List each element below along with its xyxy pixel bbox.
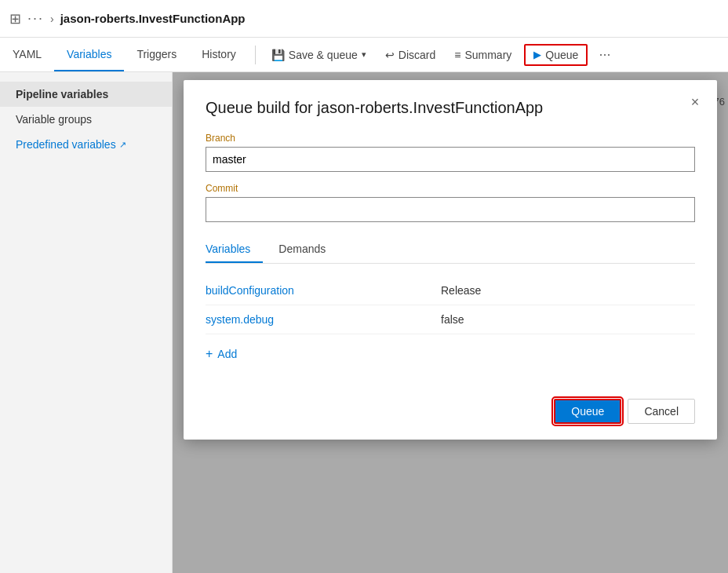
save-icon: 💾 [271, 49, 285, 61]
sidebar: Pipeline variables Variable groups Prede… [0, 72, 173, 573]
external-link-icon: ↗ [119, 140, 126, 150]
add-plus-icon: + [206, 347, 213, 361]
commit-label: Commit [206, 183, 695, 194]
more-options-button[interactable]: ··· [591, 46, 618, 63]
cancel-button[interactable]: Cancel [628, 399, 695, 424]
dialog-close-button[interactable]: × [684, 91, 706, 113]
add-variable-button[interactable]: + Add [206, 341, 237, 367]
tab-history[interactable]: History [189, 38, 249, 71]
sidebar-item-pipeline-variables[interactable]: Pipeline variables [0, 82, 172, 107]
queue-dialog: × Queue build for jason-roberts.InvestFu… [184, 80, 717, 440]
dialog-title: Queue build for jason-roberts.InvestFunc… [206, 99, 695, 117]
var-name-1[interactable]: system.debug [206, 313, 441, 326]
discard-label: Discard [399, 49, 435, 61]
tab-triggers[interactable]: Triggers [124, 38, 189, 71]
save-queue-action[interactable]: 💾 Save & queue ▾ [262, 38, 376, 71]
dialog-tab-variables[interactable]: Variables [206, 236, 263, 263]
page-title: jason-roberts.InvestFunctionApp [60, 12, 246, 25]
dialog-overlay: × Queue build for jason-roberts.InvestFu… [173, 72, 728, 573]
queue-play-icon: ▶ [533, 49, 541, 60]
var-value-1: false [441, 313, 695, 326]
discard-action[interactable]: ↩ Discard [376, 38, 445, 71]
save-queue-chevron-icon: ▾ [362, 49, 366, 60]
nav-divider [255, 46, 256, 64]
dialog-tabs: Variables Demands [206, 236, 695, 264]
save-queue-label: Save & queue [289, 49, 358, 61]
discard-icon: ↩ [385, 49, 395, 61]
add-label: Add [217, 348, 237, 360]
top-bar: ⊞ ··· › jason-roberts.InvestFunctionApp [0, 0, 728, 38]
predefined-variables-label: Predefined variables [16, 138, 116, 151]
summary-action[interactable]: ≡ Summary [445, 38, 521, 71]
table-row: system.debug false [206, 305, 695, 334]
queue-button[interactable]: Queue [554, 399, 621, 424]
app-icon: ⊞ [9, 10, 21, 27]
tab-variables[interactable]: Variables [54, 38, 124, 71]
sidebar-item-variable-groups[interactable]: Variable groups [0, 107, 172, 132]
nav-tabs: YAML Variables Triggers History 💾 Save &… [0, 38, 728, 72]
content-area: Name Value 76 × Queue build for jason-ro… [173, 72, 728, 573]
dialog-tab-demands[interactable]: Demands [278, 236, 338, 263]
sidebar-predefined-variables-link[interactable]: Predefined variables ↗ [0, 132, 172, 157]
top-bar-dots[interactable]: ··· [27, 10, 44, 27]
branch-input[interactable] [206, 147, 695, 172]
commit-input[interactable] [206, 197, 695, 222]
branch-label: Branch [206, 133, 695, 144]
dialog-footer: Queue Cancel [206, 386, 695, 424]
table-row: buildConfiguration Release [206, 276, 695, 305]
summary-label: Summary [464, 49, 511, 61]
queue-label: Queue [545, 49, 578, 61]
var-name-0[interactable]: buildConfiguration [206, 284, 441, 297]
variables-table: buildConfiguration Release system.debug … [206, 276, 695, 334]
main-layout: Pipeline variables Variable groups Prede… [0, 72, 728, 573]
tab-yaml[interactable]: YAML [0, 38, 54, 71]
queue-action[interactable]: ▶ Queue [524, 44, 588, 66]
breadcrumb-chevron: › [50, 13, 54, 25]
var-value-0: Release [441, 284, 695, 297]
summary-icon: ≡ [454, 49, 460, 61]
